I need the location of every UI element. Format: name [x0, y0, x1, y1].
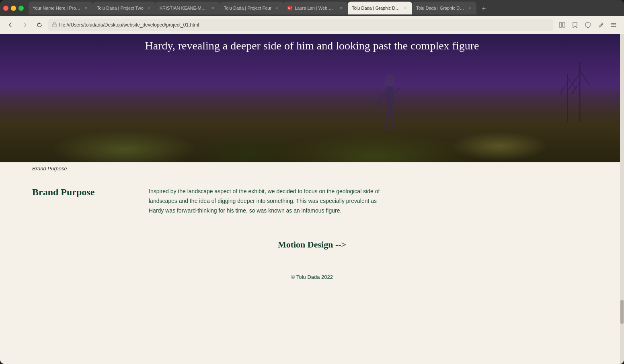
menu-icon[interactable]: [608, 19, 619, 31]
section-body: Inspired by the landscape aspect of the …: [149, 187, 390, 215]
tab-5-close[interactable]: ×: [338, 5, 344, 11]
content-section: Brand Purpose Inspired by the landscape …: [0, 175, 624, 227]
scrollbar-thumb[interactable]: [620, 300, 624, 324]
hero-caption: Brand Purpose: [0, 162, 624, 175]
section-title: Brand Purpose: [32, 187, 133, 215]
hero-text: Hardy, revealing a deeper side of him an…: [0, 38, 624, 53]
svg-rect-0: [53, 24, 56, 27]
reader-icon[interactable]: [556, 19, 568, 31]
motion-design-link[interactable]: Motion Design -->: [278, 239, 346, 250]
tabs-container: Your Name Here | Project T × Tolu Dada |…: [29, 2, 621, 14]
svg-line-15: [580, 70, 590, 86]
page-content: Hardy, revealing a deeper side of him an…: [0, 34, 624, 364]
svg-rect-2: [562, 22, 565, 27]
motion-design-section: Motion Design -->: [0, 227, 624, 266]
tab-4-close[interactable]: ×: [274, 5, 279, 11]
new-tab-button[interactable]: +: [478, 3, 489, 14]
minimize-button[interactable]: [11, 6, 16, 11]
close-button[interactable]: [3, 6, 8, 11]
address-bar: file:///Users/toludada/Desktop/website_d…: [0, 16, 624, 34]
tab-5-favicon: la*: [287, 6, 292, 10]
tab-3[interactable]: KRISTIAN KEANE-MUNDAY ×: [156, 2, 220, 14]
tab-7-close[interactable]: ×: [467, 5, 472, 11]
traffic-lights: [3, 6, 24, 11]
figure-silhouette: [374, 72, 406, 137]
tab-1-label: Your Name Here | Project T: [33, 6, 81, 10]
browser-window: Your Name Here | Project T × Tolu Dada |…: [0, 0, 624, 364]
svg-line-9: [394, 88, 400, 92]
toolbar-icons: [556, 19, 619, 31]
svg-line-10: [386, 108, 389, 129]
maximize-button[interactable]: [18, 6, 24, 11]
trees-decoration: [519, 42, 600, 122]
tab-7-label: Tolu Dada | Graphic Design: [416, 6, 464, 10]
shield-icon[interactable]: [582, 19, 593, 31]
tab-3-label: KRISTIAN KEANE-MUNDAY: [160, 6, 208, 10]
svg-line-13: [568, 74, 580, 90]
tab-6-active[interactable]: Tolu Dada | Graphic Design ×: [348, 2, 412, 14]
svg-line-11: [390, 108, 394, 129]
tab-4-label: Tolu Dada | Project Four: [224, 6, 271, 10]
tools-icon[interactable]: [595, 19, 606, 31]
url-text: file:///Users/toludada/Desktop/website_d…: [59, 22, 199, 28]
copyright-text: © Tolu Dada 2022: [291, 274, 333, 280]
tab-6-label: Tolu Dada | Graphic Design: [352, 6, 400, 10]
page-wrapper: Hardy, revealing a deeper side of him an…: [0, 34, 624, 364]
hero-image: Hardy, revealing a deeper side of him an…: [0, 34, 624, 162]
svg-line-18: [568, 78, 576, 88]
svg-rect-7: [386, 86, 394, 108]
back-button[interactable]: [5, 19, 16, 31]
refresh-button[interactable]: [34, 19, 45, 31]
tab-1-close[interactable]: ×: [83, 5, 89, 11]
tab-5-label: Laura Lan | Web Design: [295, 6, 336, 10]
lock-icon: [52, 22, 57, 28]
tab-4[interactable]: Tolu Dada | Project Four ×: [220, 2, 283, 14]
footer: © Tolu Dada 2022: [0, 266, 624, 288]
scrollbar[interactable]: [620, 34, 624, 364]
svg-line-8: [378, 92, 386, 104]
title-bar: Your Name Here | Project T × Tolu Dada |…: [0, 0, 624, 16]
bookmark-icon[interactable]: [569, 19, 581, 31]
svg-point-6: [385, 74, 394, 86]
tab-2[interactable]: Tolu Dada | Project Two ×: [93, 2, 156, 14]
svg-rect-1: [559, 22, 562, 27]
tab-7[interactable]: Tolu Dada | Graphic Design ×: [412, 2, 476, 14]
tab-3-close[interactable]: ×: [210, 5, 216, 11]
tab-5[interactable]: la* Laura Lan | Web Design ×: [283, 2, 348, 14]
forward-button[interactable]: [19, 19, 31, 31]
tab-1[interactable]: Your Name Here | Project T ×: [29, 2, 93, 14]
tab-2-close[interactable]: ×: [146, 5, 152, 11]
tab-6-close[interactable]: ×: [402, 5, 408, 11]
tab-2-label: Tolu Dada | Project Two: [97, 6, 144, 10]
url-bar[interactable]: file:///Users/toludada/Desktop/website_d…: [48, 19, 553, 31]
svg-line-17: [560, 82, 568, 94]
